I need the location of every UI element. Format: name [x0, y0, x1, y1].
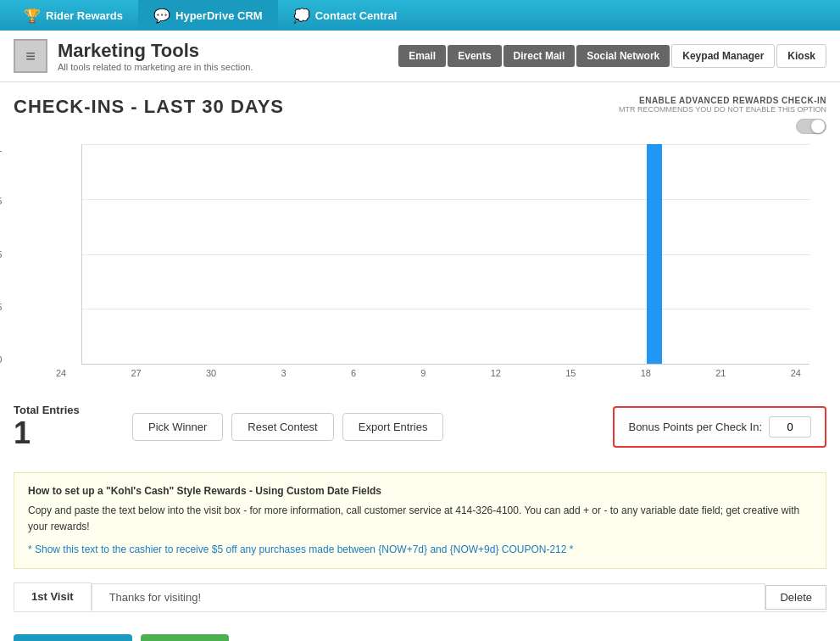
tab-kiosk[interactable]: Kiosk — [776, 44, 826, 68]
tab-events[interactable]: Events — [448, 45, 501, 67]
main-content: CHECK-INS - LAST 30 DAYS ENABLE ADVANCED… — [0, 82, 840, 641]
total-entries-value: 1 — [14, 416, 115, 450]
footer-actions: Save Changes Add New — [14, 626, 826, 641]
header-tabs: Email Events Direct Mail Social Network … — [398, 44, 826, 68]
x-label-27: 27 — [131, 368, 142, 378]
advanced-rewards-section: ENABLE ADVANCED REWARDS CHECK-IN MTR REC… — [619, 96, 826, 134]
page-title: Marketing Tools — [58, 40, 253, 62]
x-label-21: 21 — [715, 368, 726, 378]
nav-label-contact-central: Contact Central — [315, 9, 398, 22]
info-box-body: Copy and paste the text below into the v… — [28, 503, 812, 535]
bar-chart — [82, 144, 809, 364]
toggle-row — [796, 115, 826, 134]
bar-18 — [647, 144, 662, 364]
page-subtitle: All tools related to marketing are in th… — [58, 62, 253, 72]
bottom-tab-1st-visit[interactable]: 1st Visit — [14, 582, 92, 611]
tab-social-network[interactable]: Social Network — [576, 45, 670, 67]
header-left: ≡ Marketing Tools All tools related to m… — [14, 39, 253, 73]
bubble-icon: 💭 — [293, 8, 310, 24]
x-label-30: 30 — [206, 368, 216, 378]
trophy-icon: 🏆 — [24, 8, 41, 24]
action-buttons: Pick Winner Reset Contest Export Entries — [132, 413, 443, 441]
pick-winner-button[interactable]: Pick Winner — [132, 413, 223, 441]
y-axis: 1 0.75 0.5 0.25 0 — [0, 144, 2, 365]
x-label-24a: 24 — [56, 368, 66, 378]
info-box-title: How to set up a "Kohl's Cash" Style Rewa… — [28, 483, 812, 499]
chart-header: CHECK-INS - LAST 30 DAYS ENABLE ADVANCED… — [14, 96, 826, 134]
stats-row: Total Entries 1 Pick Winner Reset Contes… — [14, 395, 826, 459]
y-label-1: 1 — [0, 144, 2, 153]
x-label-6: 6 — [351, 368, 356, 378]
nav-item-rider-rewards[interactable]: 🏆 Rider Rewards — [8, 0, 138, 31]
bonus-points-input[interactable] — [769, 416, 811, 438]
export-entries-button[interactable]: Export Entries — [342, 413, 444, 441]
bonus-points-label: Bonus Points per Check In: — [628, 421, 762, 433]
bottom-tab-thanks-visiting[interactable]: Thanks for visiting! — [92, 583, 766, 610]
x-label-15: 15 — [565, 368, 576, 378]
total-entries-label: Total Entries — [14, 404, 115, 416]
bottom-tabs: 1st Visit Thanks for visiting! Delete — [14, 582, 826, 612]
nav-item-hyperdrive-crm[interactable]: 💬 HyperDrive CRM — [138, 0, 278, 31]
info-box: How to set up a "Kohl's Cash" Style Rewa… — [14, 472, 826, 570]
reset-contest-button[interactable]: Reset Contest — [231, 413, 333, 441]
tab-direct-mail[interactable]: Direct Mail — [503, 45, 576, 67]
x-label-9: 9 — [420, 368, 426, 378]
marketing-tools-icon: ≡ — [14, 39, 47, 73]
top-navigation: 🏆 Rider Rewards 💬 HyperDrive CRM 💭 Conta… — [0, 0, 840, 31]
nav-label-hyperdrive-crm: HyperDrive CRM — [175, 9, 263, 22]
save-changes-button[interactable]: Save Changes — [14, 634, 132, 641]
advanced-rewards-sublabel: MTR RECOMMENDS YOU DO NOT ENABLE THIS OP… — [619, 105, 826, 114]
delete-button[interactable]: Delete — [765, 585, 826, 610]
info-box-highlight: * Show this text to the cashier to recei… — [28, 542, 812, 558]
x-label-24b: 24 — [791, 368, 801, 378]
advanced-rewards-toggle[interactable] — [796, 119, 826, 134]
x-label-3: 3 — [281, 368, 286, 378]
nav-label-rider-rewards: Rider Rewards — [46, 9, 123, 22]
advanced-rewards-label: ENABLE ADVANCED REWARDS CHECK-IN — [639, 96, 826, 105]
chat-icon: 💬 — [153, 8, 170, 24]
tab-keypad-manager[interactable]: Keypad Manager — [671, 44, 775, 68]
y-label-0: 0 — [0, 355, 2, 365]
chart-area — [81, 144, 809, 365]
chart-title: CHECK-INS - LAST 30 DAYS — [14, 96, 284, 118]
nav-item-contact-central[interactable]: 💭 Contact Central — [278, 0, 413, 31]
bonus-points-section: Bonus Points per Check In: — [613, 406, 826, 448]
tab-email[interactable]: Email — [398, 45, 446, 67]
x-axis: 24 27 30 3 6 9 12 15 18 21 24 — [47, 368, 809, 378]
y-label-075: 0.75 — [0, 197, 2, 206]
y-label-025: 0.25 — [0, 303, 2, 312]
y-label-05: 0.5 — [0, 250, 2, 259]
header-text: Marketing Tools All tools related to mar… — [58, 40, 253, 72]
add-new-button[interactable]: Add New — [141, 634, 229, 641]
page-header: ≡ Marketing Tools All tools related to m… — [0, 31, 840, 82]
total-entries: Total Entries 1 — [14, 404, 115, 450]
x-label-12: 12 — [491, 368, 501, 378]
x-label-18: 18 — [641, 368, 651, 378]
